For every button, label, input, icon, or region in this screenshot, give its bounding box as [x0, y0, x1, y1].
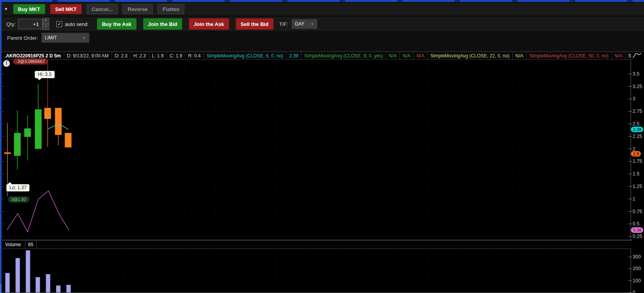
candle-body [14, 133, 21, 156]
price-axis-badge: 1.9 [631, 151, 641, 157]
volume-bar [56, 286, 61, 293]
price-axis-badge: 0.38 [631, 227, 643, 233]
price-axis-label[interactable]: 1.5 [633, 171, 639, 177]
chart-drawing-tools-icon[interactable] [632, 52, 642, 59]
volume-axis-label[interactable]: 200 [633, 266, 641, 271]
volume-axis-label[interactable]: 100 [633, 278, 641, 284]
sell-fill-badge: -3@3.0866667 [13, 58, 48, 64]
volume-bar [26, 251, 30, 293]
volume-bar [16, 258, 20, 293]
study-header-cell[interactable]: SimpleMovingAvg (CLOSE, 96, 0, no) [625, 52, 631, 59]
chart-header-cell: R: 0.4 [186, 52, 204, 59]
chart-header-cell: C: 1.9 [167, 52, 186, 59]
candle-body [45, 108, 51, 119]
volume-header: Volume 65 [2, 241, 631, 249]
study-header-cell[interactable]: SimpleMovingAvg (CLOSE, 22, 0, no) [427, 52, 512, 59]
price-axis-label[interactable]: 1.75 [633, 158, 642, 164]
volume-bar [36, 277, 40, 293]
candle-body [4, 152, 11, 154]
price-axis-badge: 2.39 [631, 127, 643, 132]
price-axis-label[interactable]: 1 [633, 196, 635, 202]
low-callout: Lo: 1.37 [6, 184, 30, 192]
buy-fill-badge: 3@1.82 [8, 196, 30, 203]
price-axis-label[interactable]: 3 [633, 96, 635, 101]
price-axis-label[interactable]: 3.5 [633, 71, 639, 77]
price-axis-label[interactable]: 2.25 [633, 134, 642, 139]
volume-axis-label[interactable]: 0 [633, 290, 635, 293]
chart-header: .AKRO220916P25 2 D 5mD: 9/13/22, 9:00 AM… [2, 52, 631, 59]
price-axis-label[interactable]: 0.5 [633, 221, 639, 227]
high-callout: Hi: 3.3 [35, 71, 55, 78]
study-header-cell[interactable]: SimpleMovingAvg (CLOSE, 5, 0, no) [204, 52, 287, 59]
candle-body [35, 109, 42, 149]
chart-header-cell: N/A [386, 52, 400, 59]
study-header-cell[interactable]: SimpleMovingAvg (CLOSE, 9, 0, yes) [301, 52, 386, 59]
chart-header-cell: N/A [400, 52, 414, 59]
price-chart-plot[interactable] [0, 0, 644, 293]
price-axis-label[interactable]: 2.75 [633, 109, 642, 114]
price-axis-label[interactable]: 0.75 [633, 209, 642, 214]
volume-bar [67, 285, 71, 293]
chart-header-cell: L: 1.9 [149, 52, 167, 59]
chart-header-cell: N/A [414, 52, 427, 59]
candle-body [24, 128, 31, 137]
chart-header-cell: D: 9/13/22, 9:00 AM [64, 52, 112, 59]
candle-body [55, 108, 62, 135]
chart-header-cell: H: 2.3 [131, 52, 149, 59]
chart-header-cell: O: 2.3 [112, 52, 131, 59]
study-header-cell[interactable]: SimpleMovingAvg (CLOSE, 50, 0, no) [527, 52, 612, 59]
price-axis-label[interactable]: 2.5 [633, 121, 639, 127]
chart-header-cell: N/A [513, 52, 527, 59]
price-axis-label[interactable]: 0.25 [633, 234, 642, 239]
volume-bar [46, 274, 50, 293]
volume-bar [6, 273, 10, 293]
volume-axis-label[interactable]: 300 [633, 254, 641, 260]
chart-header-cell: 2.39 [286, 52, 301, 59]
price-axis-label[interactable]: 1.25 [633, 184, 642, 189]
volume-current-value: 65 [25, 242, 36, 247]
divider [36, 241, 37, 249]
price-axis-label[interactable]: 3.25 [633, 84, 642, 89]
chart-header-cell: N/A [612, 52, 625, 59]
candle-body [65, 133, 72, 147]
alert-icon[interactable]: ! [3, 60, 10, 67]
volume-label[interactable]: Volume [2, 242, 25, 247]
